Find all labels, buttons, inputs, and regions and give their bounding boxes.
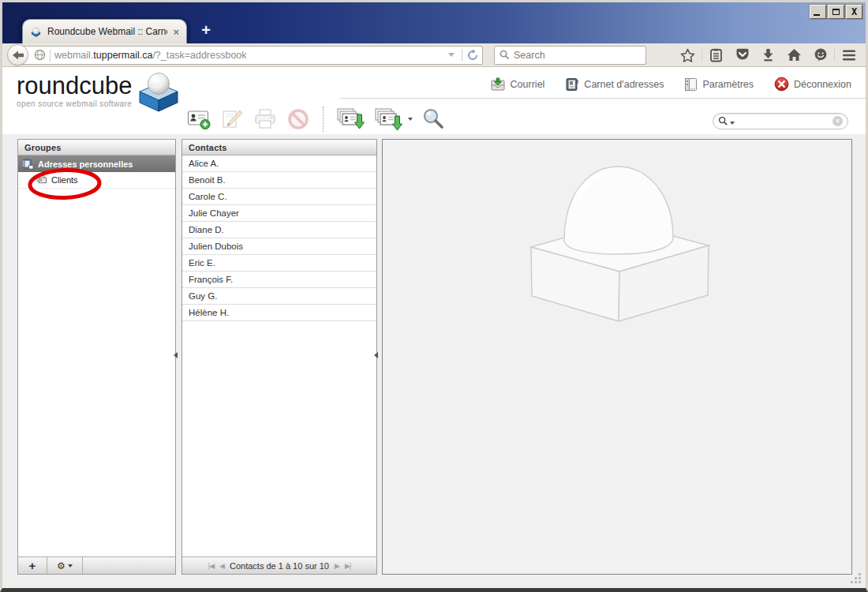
contact-name: Julie Chayer — [189, 208, 239, 218]
contact-row[interactable]: Diane D. — [182, 222, 376, 238]
page-next-button[interactable]: ▶ — [335, 562, 339, 570]
hamburger-icon — [842, 50, 856, 61]
contact-row[interactable]: Julie Chayer — [182, 205, 376, 222]
logout-icon — [774, 77, 789, 92]
page-prev-button[interactable]: ◀ — [219, 562, 224, 570]
page-last-button[interactable]: ▶| — [345, 562, 350, 570]
hello-button[interactable] — [808, 45, 832, 66]
export-icon — [374, 107, 403, 131]
delete-icon — [286, 107, 310, 131]
export-contacts-button[interactable] — [373, 107, 403, 131]
main-content: Groupes Adresses personnelles — [2, 134, 866, 588]
gear-dropdown-icon — [68, 564, 73, 568]
minimize-button[interactable] — [810, 5, 826, 19]
pagination: |◀ ◀ Contacts de 1 à 10 sur 10 ▶ ▶| — [182, 561, 376, 571]
logo-tagline: open source webmail software — [17, 99, 133, 108]
taskbar-logout[interactable]: Déconnexion — [774, 77, 851, 92]
contacts-splitter-handle[interactable] — [373, 350, 379, 360]
smiley-icon — [814, 48, 828, 62]
edit-contact-button[interactable] — [219, 107, 245, 131]
menu-button[interactable] — [836, 45, 861, 66]
url-history-dropdown-icon[interactable] — [448, 53, 455, 57]
contact-toolbar — [186, 106, 446, 133]
add-contact-button[interactable] — [186, 107, 211, 131]
resize-grip-icon[interactable] — [850, 572, 862, 584]
browser-search-box[interactable] — [494, 46, 646, 65]
contact-row[interactable]: François F. — [182, 272, 376, 288]
magnifier-icon — [421, 107, 445, 131]
url-text[interactable]: webmail.tuppermail.ca/?_task=addressbook — [54, 50, 444, 61]
addressbook-icon — [565, 77, 579, 92]
maximize-button[interactable] — [828, 5, 844, 19]
new-tab-button[interactable]: + — [194, 21, 218, 41]
search-input[interactable] — [514, 50, 641, 61]
add-group-button[interactable]: + — [18, 557, 47, 574]
bookmark-star-button[interactable] — [675, 45, 700, 66]
contact-row[interactable]: Hélène H. — [182, 305, 376, 321]
group-item-personal[interactable]: Adresses personnelles — [18, 155, 175, 172]
page-first-button[interactable]: |◀ — [208, 562, 214, 570]
taskbar-mail-label: Courriel — [511, 79, 545, 90]
quick-search-box[interactable]: × — [713, 113, 848, 129]
taskbar-settings[interactable]: Paramètres — [684, 77, 754, 92]
taskbar-addressbook[interactable]: Carnet d'adresses — [565, 77, 664, 92]
app-taskbar: Courriel Carnet d'adresses — [490, 77, 851, 92]
bookmarks-menu-button[interactable] — [704, 45, 728, 66]
group-item-clients-label: Clients — [51, 175, 78, 185]
group-actions-button[interactable]: ⚙ — [47, 557, 83, 574]
taskbar-logout-label: Déconnexion — [794, 79, 851, 90]
quick-search-clear-icon[interactable]: × — [832, 116, 843, 126]
contact-name: Guy G. — [189, 291, 217, 301]
contact-row[interactable]: Carole C. — [182, 189, 376, 205]
taskbar-addressbook-label: Carnet d'adresses — [584, 79, 664, 90]
app-header: roundcube open source webmail software — [2, 67, 866, 134]
toolbar-separator — [323, 107, 324, 132]
tab-title: Roundcube Webmail :: Carne... — [47, 26, 167, 37]
export-dropdown-icon[interactable] — [408, 118, 413, 121]
group-item-clients[interactable]: Clients — [18, 172, 175, 189]
print-button[interactable] — [253, 107, 278, 131]
contact-name: Alice A. — [189, 159, 219, 168]
splitter-arrow-icon — [374, 352, 378, 358]
contact-name: Julien Dubois — [189, 242, 243, 251]
groups-splitter-handle[interactable] — [173, 350, 178, 360]
import-contacts-button[interactable] — [335, 107, 365, 131]
contact-row[interactable]: Eric E. — [182, 255, 376, 272]
titlebar[interactable]: X Roundcube Webmail :: Carne... × + — [2, 2, 866, 43]
download-arrow-icon — [761, 48, 775, 62]
import-icon — [336, 107, 365, 131]
quick-search-scope-icon[interactable] — [730, 122, 735, 125]
search-contacts-button[interactable] — [421, 107, 446, 131]
groups-list: Adresses personnelles Clients — [18, 155, 175, 556]
clipboard-icon — [709, 48, 723, 62]
url-bar[interactable]: webmail.tuppermail.ca/?_task=addressbook — [17, 46, 483, 65]
home-icon — [787, 48, 802, 62]
edit-pencil-icon — [221, 108, 243, 130]
settings-icon — [684, 77, 698, 92]
quick-search-input[interactable] — [736, 117, 831, 126]
tab-close-icon[interactable]: × — [173, 27, 179, 37]
contacts-header: Contacts — [182, 140, 376, 155]
contact-row[interactable]: Alice A. — [182, 155, 376, 172]
navbar-icons — [653, 45, 861, 66]
home-button[interactable] — [782, 45, 806, 66]
back-button[interactable] — [7, 44, 28, 66]
taskbar-mail[interactable]: Courriel — [490, 77, 545, 91]
downloads-button[interactable] — [756, 45, 780, 66]
contacts-panel: Contacts Alice A. Benoit B. Carole C. Ju… — [181, 139, 377, 575]
groups-panel: Groupes Adresses personnelles — [17, 139, 176, 575]
back-arrow-icon — [12, 50, 24, 61]
contact-row[interactable]: Guy G. — [182, 288, 376, 305]
contact-row[interactable]: Benoit B. — [182, 172, 376, 189]
window-controls: X — [810, 5, 862, 19]
delete-contact-button[interactable] — [286, 107, 311, 131]
navbar-separator-2 — [834, 49, 835, 62]
contact-row[interactable]: Julien Dubois — [182, 238, 376, 255]
contact-cards-icon — [36, 175, 47, 185]
close-button[interactable]: X — [846, 5, 862, 19]
reload-button[interactable] — [466, 49, 479, 62]
gear-icon: ⚙ — [57, 560, 65, 571]
pocket-button[interactable] — [730, 45, 754, 66]
group-item-personal-label: Adresses personnelles — [38, 159, 133, 169]
browser-tab[interactable]: Roundcube Webmail :: Carne... × — [22, 19, 187, 43]
